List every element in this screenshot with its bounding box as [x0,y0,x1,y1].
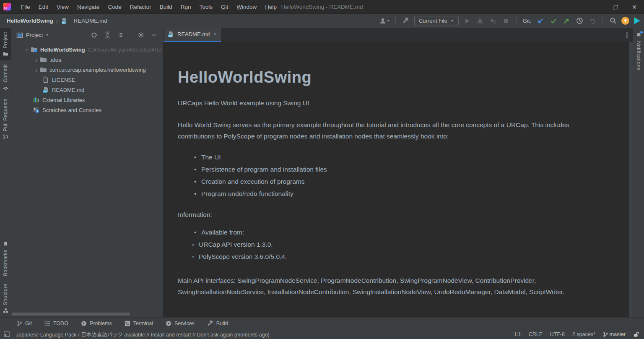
services-icon [166,321,171,326]
git-branch-icon [17,321,22,326]
tool-window-problems[interactable]: Problems [81,321,112,326]
stripe-pull-requests-button[interactable]: Pull Requests [0,95,11,143]
git-push-button[interactable] [562,16,571,26]
tool-window-build[interactable]: Build [207,321,228,326]
stripe-structure-button[interactable]: Structure [0,280,11,317]
menu-help[interactable]: Help [261,0,281,14]
menu-run[interactable]: Run [177,0,195,14]
list-item: Program undo/redo functionality [194,188,606,200]
chevron-collapsed-icon[interactable]: › [33,56,40,63]
stripe-project-button[interactable]: Project [0,28,11,60]
tree-row-root[interactable]: › HelloWorldSwing C:¥Users¥k-yam¥Desktop… [11,44,163,55]
expand-all-icon[interactable] [104,31,111,39]
profile-button[interactable]: ▼ [379,16,390,26]
rollback-button[interactable] [588,16,597,26]
settings-gear-icon[interactable] [138,31,145,39]
ide-update-button[interactable] [621,17,629,25]
menu-window[interactable]: Window [232,0,261,14]
git-commit-button[interactable] [549,16,558,26]
locate-file-icon[interactable] [91,31,98,39]
project-panel-title[interactable]: Project [26,32,43,38]
run-with-coverage-button[interactable] [488,16,498,26]
tree-row-package[interactable]: › com.ur.urcap.examples.helloworldswing [11,65,163,75]
tool-window-label: Git [25,321,32,326]
debug-button[interactable] [475,16,485,26]
caret-position[interactable]: 1:1 [514,331,521,337]
menu-git[interactable]: Git [217,0,232,14]
file-encoding[interactable]: UTF-8 [550,331,564,337]
tool-window-icon [16,32,23,39]
markdown-available-list: Available from: [194,226,606,238]
run-configuration-select[interactable]: Current File ▼ [414,16,459,26]
stripe-commit-button[interactable]: Commit [0,60,11,94]
menu-refactor[interactable]: Refactor [126,0,156,14]
breadcrumb-project[interactable]: HelloWorldSwing [7,18,53,24]
git-branch-name: master [610,331,626,337]
menu-tools[interactable]: Tools [195,0,217,14]
learn-plugin-icon[interactable] [633,17,641,25]
restore-button[interactable] [605,0,625,14]
breadcrumb-file[interactable]: README.md [73,18,107,24]
close-button[interactable]: ✕ [625,0,644,14]
tab-options-icon[interactable] [626,32,628,38]
markdown-information-label: Information: [178,211,606,219]
svg-text:MD: MD [62,21,66,23]
tool-window-terminal[interactable]: Terminal [125,321,153,326]
line-ending[interactable]: CRLF [529,331,543,337]
status-bar: Japanese Language Pack / 日本語言語パック availa… [0,329,644,339]
collapse-all-icon[interactable] [117,31,125,39]
tool-window-services[interactable]: Services [166,321,195,326]
chevron-collapsed-icon[interactable]: › [33,66,40,73]
search-everywhere-button[interactable] [608,16,618,26]
right-tool-window-stripe: Notifications [633,28,644,317]
menu-code[interactable]: Code [104,0,125,14]
unlock-icon[interactable] [633,331,639,337]
menu-build[interactable]: Build [156,0,177,14]
toolbar-separator [516,17,517,25]
menu-navigate[interactable]: Navigate [73,0,104,14]
tree-label: LICENSE [52,77,75,83]
structure-icon [3,308,8,313]
hide-panel-icon[interactable] [151,32,157,38]
build-project-button[interactable] [401,16,410,26]
commit-icon [3,86,8,91]
git-branch-widget[interactable]: master [603,331,626,337]
menu-view[interactable]: View [52,0,73,14]
minimize-icon [594,7,598,7]
stop-button[interactable] [501,16,511,26]
tool-window-label: Problems [90,321,112,326]
git-section-label: Git: [523,18,531,24]
git-update-button[interactable] [536,16,545,26]
minimize-button[interactable] [586,0,605,14]
tree-root-label: HelloWorldSwing [40,47,85,53]
svg-text:MD: MD [44,90,47,93]
horizontal-scrollbar[interactable] [12,313,130,316]
markdown-bullet-list: The UI Persistence of program and instal… [194,151,606,200]
tree-row-external-libraries[interactable]: External Libraries [11,95,163,105]
local-history-button[interactable] [575,16,584,26]
markdown-preview[interactable]: HelloWorldSwing URCaps Hello World examp… [164,42,629,317]
header-separator [131,31,131,39]
run-button[interactable] [462,16,472,26]
markdown-title: HelloWorldSwing [178,68,606,86]
tool-window-todo[interactable]: TODO [44,321,68,326]
tree-row-scratches[interactable]: Scratches and Consoles [11,105,163,115]
layout-widget-icon[interactable] [4,331,10,337]
tab-close-icon[interactable]: × [213,31,217,37]
chevron-expanded-icon[interactable]: › [24,46,31,53]
tree-row-license[interactable]: LICENSE [11,75,163,85]
tree-row-idea[interactable]: › .idea [11,55,163,65]
tool-window-git[interactable]: Git [17,321,32,326]
chevron-down-icon[interactable]: ▼ [45,33,49,37]
markdown-intro: Hello World Swing serves as the primary … [178,119,603,142]
menu-file[interactable]: File [17,0,34,14]
stripe-bookmarks-button[interactable]: Bookmarks [0,237,11,280]
indent-setting[interactable]: 2 spaces* [572,331,595,337]
menu-edit[interactable]: Edit [34,0,52,14]
stripe-notifications-button[interactable]: Notifications [633,28,644,74]
status-message[interactable]: Japanese Language Pack / 日本語言語パック availa… [16,330,270,338]
editor-scrollbar[interactable] [629,42,633,317]
tree-row-readme[interactable]: MD README.md [11,85,163,95]
tab-readme[interactable]: MD README.md × [164,28,221,42]
libraries-icon [33,96,40,103]
